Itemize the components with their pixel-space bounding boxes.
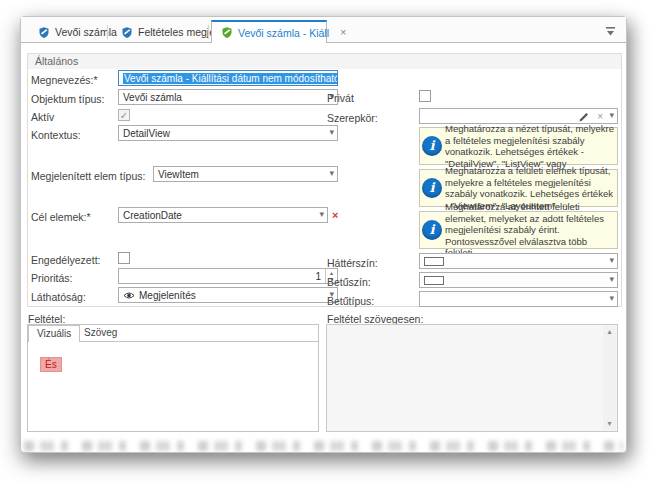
chevron-down-icon[interactable]: ▾ [319, 209, 324, 219]
group-header-altalanos: Általános [27, 53, 622, 70]
info-text: Meghatározza az érintett felületi elemek… [445, 201, 614, 259]
label-szerepkor: Szerepkör: [327, 112, 378, 124]
label-betuszin: Betűszín: [327, 276, 371, 288]
tab-vevoi-szamla-kiallitasi-active[interactable]: Vevői számla - Kiáll × [211, 20, 327, 43]
checkbox-aktiv[interactable]: ✓ [118, 109, 130, 121]
scroll-up-icon[interactable]: ▴ [603, 326, 616, 338]
label-megnevezes: Megnevezés:* [31, 74, 98, 86]
feltetel-tabstrip: Vizuális Szöveg [28, 325, 318, 342]
label-hatterszin: Háttérszín: [327, 257, 378, 269]
tab-szoveg[interactable]: Szöveg [76, 325, 125, 342]
combobox-szerepkor[interactable]: × ▾ [419, 108, 618, 124]
checkbox-engedelyezett[interactable] [118, 252, 130, 264]
infobox-kontextus: i Meghatározza a nézet típusát, melyekre… [419, 127, 618, 165]
combo-value: Megjelenítés [139, 290, 196, 301]
input-megnevezes[interactable]: Vevői számla - Kiállítási dátum nem módo… [118, 70, 338, 86]
infobox-cel-elemek: i Meghatározza az érintett felületi elem… [419, 211, 618, 249]
label-aktiv: Aktív [31, 111, 54, 123]
combo-value: DetailView [123, 128, 170, 139]
combobox-kontextus[interactable]: DetailView ▾ [118, 125, 338, 141]
feltetel-panel: Vizuális Szöveg És [27, 324, 319, 432]
label-kontextus: Kontextus: [31, 129, 81, 141]
tab-vizualis[interactable]: Vizuális [28, 325, 80, 342]
tab-close-icon[interactable]: × [340, 27, 346, 38]
label-engedelyezett: Engedélyezett: [31, 254, 100, 266]
color-swatch [424, 257, 444, 266]
tab-separator [107, 25, 108, 39]
info-text: Meghatározza a nézet típusát, melyekre a… [445, 123, 614, 169]
tab-vevoi-szamla[interactable]: Vevői számla [29, 21, 108, 43]
clear-icon[interactable]: × [597, 111, 603, 122]
selected-text: Vevői számla - Kiállítási dátum nem módo… [123, 73, 338, 84]
label-objektum-tipus: Objektum típus: [31, 93, 105, 105]
combo-value: ViewItem [158, 169, 199, 180]
checkbox-privat[interactable] [419, 90, 431, 102]
pencil-icon[interactable] [579, 112, 589, 122]
label-lathatosag: Láthatóság: [31, 291, 86, 303]
document-tabstrip: Vevői számla Feltételes megjeler Vevői s… [21, 17, 626, 43]
colorcombo-hatterszin[interactable]: ▾ [419, 253, 618, 269]
label-betutipus: Betűtípus: [327, 295, 374, 307]
combobox-lathatosag[interactable]: Megjelenítés ▾ [118, 287, 338, 303]
combobox-betutipus[interactable]: ▾ [419, 291, 618, 307]
combo-value: CreationDate [123, 210, 182, 221]
label-privat: Privát [327, 92, 354, 104]
info-icon: i [422, 220, 442, 240]
check-icon: ✓ [120, 110, 128, 121]
chevron-down-icon[interactable]: ▾ [609, 110, 614, 120]
operator-chip-es[interactable]: És [40, 357, 62, 372]
textarea-feltetel-szovegesen[interactable]: ▴ ▾ [326, 324, 618, 432]
tab-list-dropdown-icon[interactable] [605, 27, 616, 36]
clear-error-icon[interactable]: × [332, 209, 338, 221]
tab-felteteles-megjelenites[interactable]: Feltételes megjeler [112, 21, 209, 43]
chevron-down-icon[interactable]: ▾ [609, 274, 614, 284]
info-icon: i [422, 178, 442, 198]
blurred-statusbar [24, 441, 623, 451]
chevron-down-icon[interactable]: ▾ [329, 127, 334, 137]
eye-icon [123, 291, 135, 300]
spin-value: 1 [315, 271, 321, 282]
combo-value: Vevői számla [123, 92, 182, 103]
chevron-down-icon[interactable]: ▾ [329, 168, 334, 178]
label-prioritas: Prioritás: [31, 272, 72, 284]
scroll-down-icon[interactable]: ▾ [603, 418, 616, 430]
spinedit-prioritas[interactable]: 1 ▴ ▾ [118, 268, 338, 284]
scrollbar[interactable]: ▴ ▾ [603, 326, 616, 430]
shield-blue-icon [38, 26, 50, 39]
chevron-down-icon[interactable]: ▾ [609, 293, 614, 303]
label-cel-elemek: Cél elemek:* [31, 211, 91, 223]
color-swatch [424, 276, 444, 285]
info-icon: i [422, 136, 442, 156]
tab-label: Vevői számla - Kiáll [238, 27, 329, 39]
combobox-objektum-tipus[interactable]: Vevői számla ▾ [118, 89, 338, 105]
chevron-down-icon[interactable]: ▾ [609, 255, 614, 265]
label-megjelenitett-elem-tipus: Megjelenített elem típus: [31, 170, 145, 182]
shield-blue-icon [121, 26, 133, 39]
combobox-cel-elemek[interactable]: CreationDate ▾ [118, 207, 328, 223]
tab-separator [208, 25, 209, 39]
shield-green-icon [221, 26, 233, 39]
combobox-megjelenitett-elem-tipus[interactable]: ViewItem ▾ [153, 166, 338, 182]
app-window: Vevői számla Feltételes megjeler Vevői s… [20, 16, 627, 453]
colorcombo-betuszin[interactable]: ▾ [419, 272, 618, 288]
